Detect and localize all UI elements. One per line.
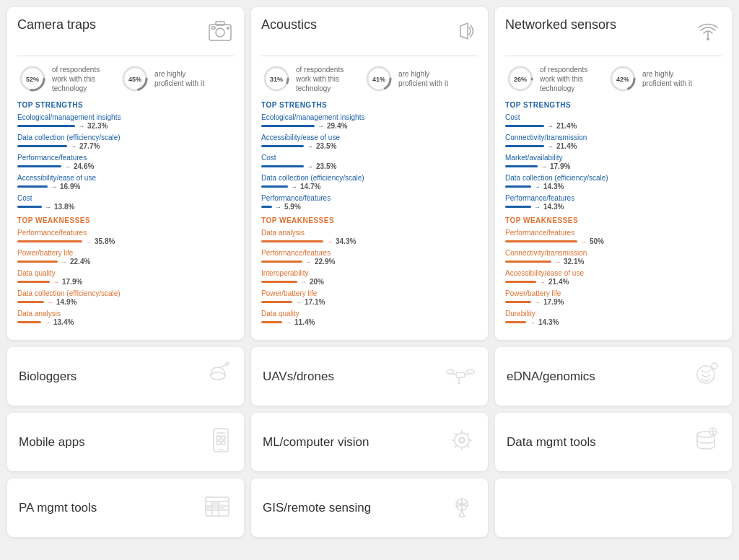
divider [505, 56, 722, 56]
strength-pct: 23.5% [316, 162, 336, 170]
strength-pct: 21.4% [556, 122, 577, 130]
weakness-pct: 17.9% [62, 278, 82, 286]
weakness-pct: 21.4% [548, 278, 569, 286]
strengths-title: TOP STRENGTHS [17, 101, 234, 109]
strength-row: Performance/features → 24.6% [17, 154, 234, 170]
weakness-label: Data analysis [261, 229, 478, 237]
strength-pct: 16.9% [60, 183, 80, 191]
strength-label: Cost [17, 194, 234, 202]
weakness-pct: 34.3% [336, 237, 356, 245]
strength-pct: 14.3% [543, 203, 564, 211]
weakness-pct: 20% [310, 278, 324, 286]
weakness-bar [261, 321, 282, 323]
strength-arrow: → [547, 123, 554, 130]
strength-pct: 27.7% [79, 142, 100, 150]
strength-arrow: → [307, 163, 313, 170]
bottom-card-empty[interactable] [495, 478, 732, 537]
bottom-card-uavs[interactable]: UAVs/drones [251, 347, 488, 406]
strength-bar [505, 185, 531, 188]
strength-row: Market/availability → 17.9% [505, 154, 722, 170]
strength-label: Ecological/management insights [17, 113, 234, 121]
weakness-arrow: → [300, 279, 307, 286]
svg-point-35 [712, 363, 717, 369]
svg-rect-41 [222, 436, 225, 439]
weaknesses-title: TOP WEAKNESSES [261, 216, 478, 224]
weakness-bar [505, 321, 526, 323]
svg-rect-27 [456, 372, 465, 377]
svg-text:52%: 52% [26, 76, 39, 83]
bottom-card-edna[interactable]: eDNA/genomics [495, 347, 732, 406]
weakness-arrow: → [295, 299, 302, 306]
weakness-label: Power/battery life [17, 249, 234, 257]
weakness-row: Data analysis → 13.4% [17, 310, 234, 326]
weakness-arrow: → [85, 238, 92, 245]
bottom-card-gis[interactable]: GIS/remote sensing [251, 478, 488, 537]
weakness-bar [261, 301, 292, 303]
strength-pct: 24.6% [74, 162, 94, 170]
weakness-label: Data analysis [17, 310, 234, 318]
stat2-label: are highly proficient with it [154, 69, 212, 88]
weakness-arrow: → [44, 319, 51, 326]
svg-point-17 [707, 38, 709, 40]
weakness-arrow: → [554, 258, 561, 266]
strength-row: Cost → 23.5% [261, 154, 478, 170]
svg-rect-43 [222, 441, 225, 445]
svg-rect-2 [216, 22, 224, 25]
strength-label: Accessibility/ease of use [17, 174, 234, 182]
weakness-pct: 17.9% [543, 298, 564, 306]
bottom-card-icon [445, 360, 476, 393]
strength-arrow: → [70, 143, 76, 150]
strength-bar [505, 145, 544, 147]
svg-text:45%: 45% [128, 76, 141, 83]
bottom-card-data-mgmt[interactable]: Data mgmt tools [495, 413, 732, 471]
strength-label: Cost [505, 113, 722, 121]
weakness-bar [505, 281, 536, 283]
strength-arrow: → [78, 123, 84, 130]
weakness-pct: 17.1% [305, 298, 325, 306]
weakness-pct: 22.9% [315, 258, 335, 266]
weaknesses-title: TOP WEAKNESSES [505, 216, 722, 224]
bottom-card-title: eDNA/genomics [507, 369, 595, 384]
stat2: 42% are highly proficient with it [608, 64, 700, 94]
svg-rect-56 [206, 507, 211, 510]
weakness-pct: 50% [590, 237, 604, 245]
strength-label: Performance/features [261, 194, 478, 202]
bottom-card-ml-computer[interactable]: ML/computer vision [251, 413, 488, 471]
strength-label: Performance/features [505, 194, 722, 202]
strength-label: Data collection (efficiency/scale) [505, 174, 722, 182]
strength-bar [261, 125, 315, 127]
strength-row: Performance/features → 5.9% [261, 194, 478, 211]
weakness-bar [261, 281, 297, 283]
bottom-card-mobile-apps[interactable]: Mobile apps [7, 413, 244, 471]
strength-bar [17, 206, 42, 208]
weakness-label: Accessibility/ease of use [505, 269, 722, 277]
strength-bar [261, 185, 288, 188]
bottom-card-pa-mgmt[interactable]: PA mgmt tools [7, 478, 244, 537]
weakness-bar [17, 261, 58, 263]
weakness-pct: 32.1% [564, 258, 584, 266]
bottom-card-title: PA mgmt tools [19, 501, 97, 515]
bottom-card-icon [691, 426, 720, 458]
strength-bar [17, 145, 67, 147]
weakness-bar [261, 261, 302, 263]
bottom-card-icon [209, 426, 232, 458]
bottom-card-title: ML/computer vision [263, 435, 369, 450]
bottom-card-icon [447, 426, 476, 458]
main-grid: Camera traps 52% of respondents work wit… [7, 7, 732, 340]
bottom-card-biologgers[interactable]: Biologgers [7, 347, 244, 406]
strengths-title: TOP STRENGTHS [261, 101, 478, 109]
strength-row: Data collection (efficiency/scale) → 14.… [261, 174, 478, 191]
strength-row: Connectivity/transmission → 21.4% [505, 134, 722, 150]
weakness-arrow: → [285, 319, 292, 326]
svg-text:26%: 26% [514, 76, 527, 83]
stat1: 26% of respondents work with this techno… [505, 64, 598, 94]
strength-bar [17, 125, 75, 127]
weakness-row: Data quality → 11.4% [261, 310, 478, 326]
strength-row: Performance/features → 14.3% [505, 194, 722, 211]
strength-arrow: → [291, 183, 297, 191]
weakness-row: Performance/features → 22.9% [261, 249, 478, 266]
svg-rect-4 [211, 27, 215, 29]
strength-arrow: → [547, 143, 554, 150]
divider [261, 56, 478, 56]
strength-arrow: → [275, 204, 281, 211]
